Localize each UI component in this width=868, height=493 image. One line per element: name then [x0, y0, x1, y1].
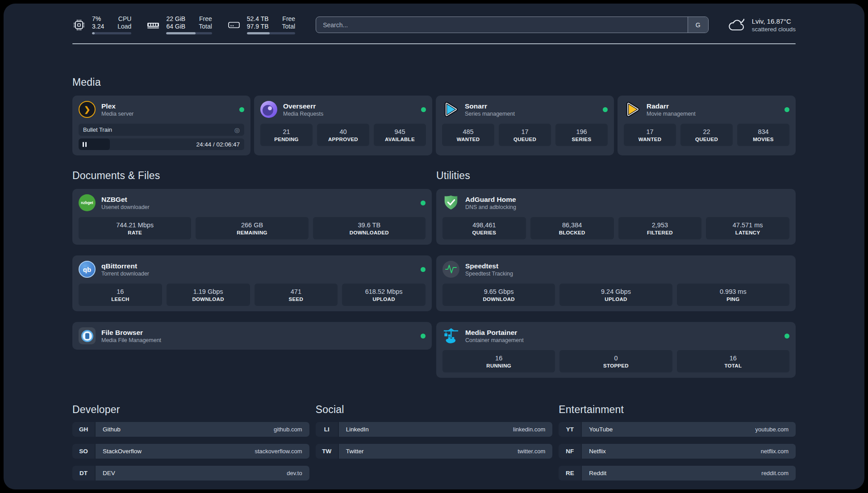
service-card-nzbget[interactable]: nzbget NZBGet Usenet downloader 744.21 M… [72, 189, 432, 245]
pause-icon[interactable] [83, 142, 87, 147]
status-dot [603, 107, 608, 112]
bookmark-name: YouTube [589, 426, 613, 433]
stat-tile: 16 TOTAL [677, 350, 789, 372]
service-title: Media Portainer [465, 329, 524, 337]
bookmark-abbr: NF [559, 444, 581, 459]
service-title: File Browser [101, 329, 161, 337]
section-title-developer: Developer [72, 404, 309, 416]
bookmark-url: netflix.com [761, 448, 789, 455]
disk-total-label: Total [282, 23, 296, 30]
service-card-portainer[interactable]: Media Portainer Container management 16 … [436, 322, 796, 378]
service-subtitle: Torrent downloader [101, 271, 149, 277]
radarr-icon [624, 101, 641, 118]
section-media: Media ❯ Plex Media server Bullet Train [72, 76, 796, 155]
bookmark-youtube[interactable]: YT YouTube youtube.com [559, 422, 796, 437]
memory-stat: 22 GiB Free 64 GiB Total [146, 15, 212, 34]
disk-total-value: 97.9 TB [247, 23, 269, 30]
stat-tile: 22 QUEUED [680, 124, 733, 146]
bookmark-dev[interactable]: DT DEV dev.to [72, 466, 309, 480]
bookmark-url: dev.to [287, 470, 302, 476]
bookmark-reddit[interactable]: RE Reddit reddit.com [559, 466, 796, 480]
header-divider [72, 43, 796, 44]
bookmark-group-developer: Developer GH Github github.com SO StackO… [72, 404, 309, 480]
disk-stat: 52.4 TB Free 97.9 TB Total [227, 15, 295, 34]
status-dot [421, 201, 426, 205]
speedtest-icon [442, 261, 459, 278]
playback-progress-bar[interactable]: 24:44 / 02:06:47 [79, 138, 244, 150]
service-title: NZBGet [101, 196, 150, 204]
service-card-radarr[interactable]: Radarr Movie management 17 WANTED 22 QUE… [618, 96, 796, 155]
service-title: AdGuard Home [465, 196, 516, 204]
disk-free-value: 52.4 TB [247, 15, 269, 22]
service-card-sonarr[interactable]: Sonarr Series management 485 WANTED 17 Q… [436, 96, 614, 155]
stat-tile: 0.993 ms PING [677, 284, 789, 306]
status-dot [239, 107, 244, 112]
stat-tile: 9.24 Gbps UPLOAD [559, 284, 672, 306]
bookmark-abbr: GH [72, 422, 95, 437]
service-card-qbittorrent[interactable]: qb qBittorrent Torrent downloader 16 LEE… [72, 255, 432, 311]
system-stats: 7% CPU 3.24 Load [72, 15, 295, 34]
stat-tile: 9.65 Gbps DOWNLOAD [442, 284, 555, 306]
cpu-usage-bar [92, 32, 131, 34]
bookmark-name: DEV [103, 470, 115, 476]
section-title-documents: Documents & Files [72, 170, 432, 182]
service-card-adguard[interactable]: AdGuard Home DNS and adblocking 498,461 … [436, 189, 796, 245]
memory-usage-bar [166, 32, 212, 34]
bookmark-abbr: TW [316, 444, 338, 459]
status-dot [785, 334, 789, 338]
service-title: Plex [101, 102, 134, 110]
bookmark-abbr: YT [559, 422, 581, 437]
status-dot [421, 107, 426, 112]
stat-tile: 471 SEED [255, 284, 338, 306]
stat-tile: 618.52 Mbps UPLOAD [342, 284, 426, 306]
bookmark-netflix[interactable]: NF Netflix netflix.com [559, 444, 796, 459]
stat-tile: 945 AVAILABLE [374, 124, 426, 146]
nzbget-icon: nzbget [79, 194, 96, 211]
overseerr-icon [260, 101, 277, 118]
service-subtitle: Media File Management [101, 337, 161, 343]
playback-time: 24:44 / 02:06:47 [196, 138, 240, 150]
dashboard: 7% CPU 3.24 Load [4, 4, 864, 489]
section-documents: Documents & Files nzbget NZBGet Usenet d… [72, 170, 432, 378]
cpu-load-label: Load [117, 23, 131, 30]
stat-tile: 17 QUEUED [499, 124, 551, 146]
stat-tile: 86,384 BLOCKED [530, 217, 614, 239]
search-bar: G [316, 17, 709, 33]
status-dot [421, 267, 426, 272]
search-engine-button[interactable]: G [688, 17, 708, 33]
now-playing-view-icon[interactable]: ◎ [234, 127, 240, 133]
bookmark-name: StackOverflow [103, 448, 142, 455]
cpu-label: CPU [117, 15, 131, 22]
stat-tile: 498,461 QUERIES [442, 217, 526, 239]
cpu-stat: 7% CPU 3.24 Load [72, 15, 131, 34]
service-title: Speedtest [465, 262, 513, 270]
playback-progress-fill [79, 138, 110, 150]
service-card-plex[interactable]: ❯ Plex Media server Bullet Train ◎ [72, 96, 250, 155]
bookmark-abbr: RE [559, 466, 581, 480]
cpu-usage-fill [92, 32, 95, 34]
weather-widget[interactable]: Lviv, 16.87°C scattered clouds [727, 17, 796, 33]
bookmark-abbr: SO [72, 444, 95, 459]
weather-condition: scattered clouds [752, 25, 796, 33]
stat-tile: 196 SERIES [555, 124, 608, 146]
service-subtitle: Speedtest Tracking [465, 271, 513, 277]
stat-tile: 834 MOVIES [737, 124, 789, 146]
weather-location: Lviv, 16.87°C [752, 17, 796, 25]
bookmark-github[interactable]: GH Github github.com [72, 422, 309, 437]
bookmark-twitter[interactable]: TW Twitter twitter.com [316, 444, 553, 459]
service-title: Radarr [647, 102, 696, 110]
bookmark-linkedin[interactable]: LI LinkedIn linkedin.com [316, 422, 553, 437]
stat-tile: 39.6 TB DOWNLOADED [313, 217, 426, 239]
bookmark-name: Github [103, 426, 121, 433]
service-card-speedtest[interactable]: Speedtest Speedtest Tracking 9.65 Gbps D… [436, 255, 796, 311]
now-playing-row: Bullet Train ◎ [79, 124, 244, 136]
memory-total-label: Total [199, 23, 212, 30]
cpu-load-value: 3.24 [92, 23, 104, 30]
search-input[interactable] [316, 17, 709, 33]
bookmark-stackoverflow[interactable]: SO StackOverflow stackoverflow.com [72, 444, 309, 459]
stat-tile: 1.19 Gbps DOWNLOAD [167, 284, 250, 306]
qbittorrent-icon: qb [79, 261, 96, 278]
service-card-overseerr[interactable]: Overseerr Media Requests 21 PENDING 40 A… [254, 96, 432, 155]
service-card-filebrowser[interactable]: File Browser Media File Management [72, 322, 432, 350]
status-dot [421, 334, 426, 338]
